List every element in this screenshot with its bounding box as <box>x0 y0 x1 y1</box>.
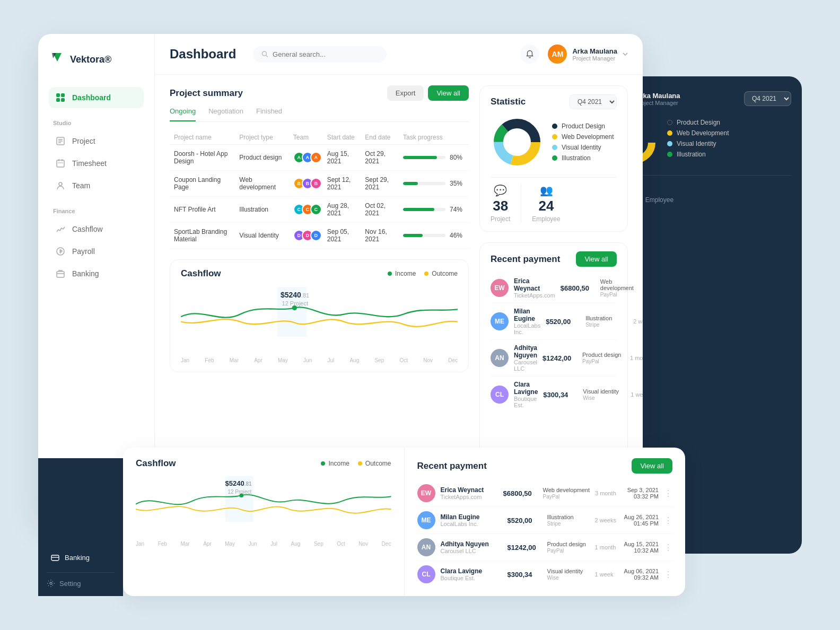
user-info: Arka Maulana Project Manager <box>572 47 617 62</box>
payment-name: Erica Weynact <box>441 486 498 494</box>
bottom-cashflow-amount: $5240.81 <box>225 479 252 487</box>
tab-negotiation[interactable]: Negotiation <box>208 107 243 121</box>
payment-service-type: Visual identityWise <box>583 388 625 401</box>
payment-more-icon[interactable]: ⋮ <box>664 488 672 498</box>
chevron-down-icon <box>623 52 628 56</box>
payment-more-icon[interactable]: ⋮ <box>664 570 672 580</box>
col-start-date: Start date <box>323 130 361 145</box>
payment-amount: $6800,50 <box>503 489 538 497</box>
payments-list: EW Erica Weynact TicketApps.com $6800,50… <box>491 273 617 413</box>
payment-avatar: AN <box>417 538 435 556</box>
svg-point-29 <box>504 129 530 155</box>
sidebar-item-timesheet[interactable]: Timesheet <box>49 153 144 174</box>
bottom-xaxis: JanFebMarAprMayJunJulAugSepOctNovDec <box>136 541 391 547</box>
bg-stat-legend: Product Design Web Development Visual Id… <box>667 119 729 158</box>
project-name: NFT Profile Art <box>170 197 235 223</box>
x-axis-label: May <box>278 357 288 363</box>
project-type: Illustration <box>235 197 288 223</box>
bottom-x-axis-label: Feb <box>158 541 167 547</box>
project-progress: 80% <box>399 145 469 171</box>
payment-company: Carousel LLC <box>441 548 502 554</box>
sidebar-item-cashflow[interactable]: Cashflow <box>49 218 144 240</box>
bottom-x-axis-label: Dec <box>382 541 391 547</box>
payment-amount: $520,00 <box>546 318 580 326</box>
x-axis-label: Jan <box>181 357 189 363</box>
x-axis-label: Jul <box>327 357 334 363</box>
payment-more-icon[interactable]: ⋮ <box>664 515 672 526</box>
payment-duration: 2 weeks <box>595 517 619 523</box>
period-select[interactable]: Q4 2021 <box>570 94 617 109</box>
payment-name: Milan Eugine <box>441 513 502 521</box>
recent-payment-title: Recent payment <box>491 254 560 265</box>
project-start: Aug 15, 2021 <box>323 145 361 171</box>
search-input[interactable] <box>273 50 378 58</box>
payment-service-type: Product designPayPal <box>547 541 590 554</box>
search-icon <box>261 50 268 58</box>
project-team: BBB <box>289 171 323 197</box>
donut-area: Product Design Web Development Visual Id… <box>491 116 617 169</box>
payment-more-icon[interactable]: ⋮ <box>664 542 672 553</box>
col-project-name: Project name <box>170 130 235 145</box>
payment-avatar: ME <box>417 511 435 529</box>
payment-duration: 1 week <box>595 571 619 578</box>
sidebar-item-dashboard[interactable]: Dashboard <box>49 87 144 108</box>
export-button[interactable]: Export <box>387 85 424 101</box>
payment-info: Milan Eugine LocalLabs Inc. <box>514 308 540 335</box>
x-axis-label: Dec <box>448 357 458 363</box>
payment-item: CL Clara Lavigne Boutique Est. $300,34 V… <box>417 561 673 588</box>
sidebar-item-team[interactable]: Team <box>49 175 144 196</box>
tab-finished[interactable]: Finished <box>256 107 282 121</box>
payment-duration: 1 month <box>595 544 619 550</box>
payroll-label: Payroll <box>72 247 95 256</box>
payment-service-type: Web developmentPayPal <box>543 487 590 500</box>
payment-info: Clara Lavigne Boutique Est. <box>514 381 538 408</box>
project-icon <box>55 136 66 146</box>
x-axis-label: Sep <box>374 357 384 363</box>
bottom-x-axis-label: Nov <box>358 541 368 547</box>
income-legend: Income <box>395 270 416 277</box>
payment-info: Adhitya Nguyen Carousel LLC <box>514 344 537 372</box>
user-profile[interactable]: AM Arka Maulana Project Manager <box>548 45 628 64</box>
project-count-item: 💬 38 Project <box>491 184 510 223</box>
bottom-x-axis-label: Apr <box>203 541 212 547</box>
notification-bell[interactable] <box>520 45 539 64</box>
search-bar[interactable] <box>253 46 387 63</box>
setting-icon-bottom <box>47 579 55 588</box>
payment-company: TicketApps.com <box>441 494 498 500</box>
bottom-view-all-button[interactable]: View all <box>632 458 672 474</box>
bottom-x-axis-label: Jan <box>136 541 144 547</box>
stat-legend: Product Design Web Development Visual Id… <box>552 122 614 162</box>
payment-service-type: IllustrationStripe <box>585 315 628 328</box>
x-axis-label: Mar <box>230 357 239 363</box>
payment-avatar: ME <box>491 312 509 330</box>
payment-info: Erica Weynact TicketApps.com <box>514 277 555 299</box>
payment-item: ME Milan Eugine LocalLabs Inc. $520,00 I… <box>491 303 617 340</box>
bottom-x-axis-label: Jun <box>249 541 257 547</box>
payment-company: LocalLabs Inc. <box>441 521 502 527</box>
payment-view-all-button[interactable]: View all <box>576 251 617 267</box>
project-type: Product design <box>235 145 288 171</box>
payment-duration: 3 month <box>595 490 619 496</box>
tab-ongoing[interactable]: Ongoing <box>170 107 196 121</box>
banking-label-bottom: Banking <box>65 554 90 562</box>
bg-period-select[interactable]: Q4 2021 <box>744 91 791 106</box>
sidebar-item-banking[interactable]: Banking <box>49 263 144 284</box>
svg-rect-13 <box>57 160 64 167</box>
outcome-legend: Outcome <box>432 270 458 277</box>
project-table: Project name Project type Team Start dat… <box>170 130 469 249</box>
project-name: Doorsh - Hotel App Design <box>170 145 235 171</box>
sidebar-item-payroll[interactable]: Payroll <box>49 241 144 262</box>
table-row: Coupon Landing Page Web development BBB … <box>170 171 469 197</box>
view-all-button[interactable]: View all <box>428 85 469 101</box>
payment-info: Clara Lavigne Boutique Est. <box>441 567 502 581</box>
banking-icon <box>55 268 66 279</box>
bottom-payments-list: EW Erica Weynact TicketApps.com $6800,50… <box>417 480 673 588</box>
payment-name: Clara Lavigne <box>441 567 502 575</box>
bottom-setting[interactable]: Setting <box>47 579 115 588</box>
logo-text: Vektora® <box>70 54 111 65</box>
donut-chart <box>491 116 544 169</box>
bottom-banking-item[interactable]: Banking <box>47 549 115 566</box>
project-name: Coupon Landing Page <box>170 171 235 197</box>
finance-label: Finance <box>49 208 144 214</box>
sidebar-item-project[interactable]: Project <box>49 130 144 152</box>
